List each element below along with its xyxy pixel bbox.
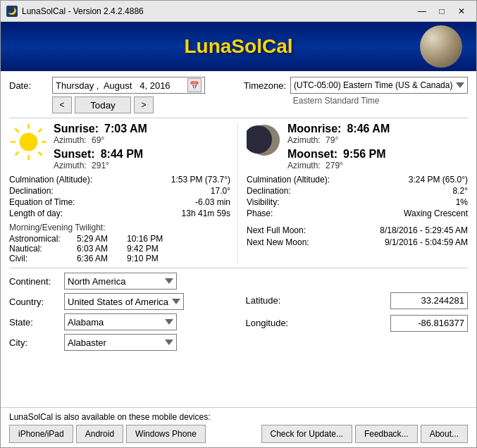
moonrise-az-label: Azimuth: bbox=[287, 135, 321, 145]
sunrise-az-label: Azimuth: bbox=[54, 135, 87, 145]
sun-culmination: Culmination (Altitude): 1:53 PM (73.7°) bbox=[9, 175, 230, 185]
iphone-button[interactable]: iPhone/iPad bbox=[9, 425, 73, 443]
sun-day-length: Length of day: 13h 41m 59s bbox=[9, 209, 230, 218]
moon-decoration bbox=[420, 25, 462, 68]
longitude-input[interactable] bbox=[390, 315, 468, 332]
moonrise-az: 79° bbox=[326, 135, 338, 145]
longitude-row: Longitude: bbox=[246, 315, 469, 332]
header-banner: LunaSolCal bbox=[1, 22, 476, 71]
location-dropdowns: Continent: North America Country: United… bbox=[9, 273, 232, 351]
timezone-row: Timezone: (UTC-05:00) Eastern Time (US &… bbox=[244, 77, 468, 94]
sun-section: Sunrise: 7:03 AM Azimuth: 69° Sunset: 8:… bbox=[9, 123, 230, 263]
moon-declination: Declination: 8.2° bbox=[247, 186, 468, 196]
sun-eq-time: Equation of Time: -6.03 min bbox=[9, 197, 230, 207]
moonrise-az-row: Azimuth: 79° bbox=[287, 135, 390, 145]
maximize-button[interactable]: □ bbox=[433, 4, 451, 18]
sunset-az: 291° bbox=[92, 161, 109, 170]
moon-declination-label: Declination: bbox=[247, 186, 291, 196]
timezone-section: Timezone: (UTC-05:00) Eastern Time (US &… bbox=[244, 77, 468, 106]
window-controls: — □ ✕ bbox=[413, 4, 471, 18]
latitude-input[interactable] bbox=[390, 292, 468, 309]
svg-line-6 bbox=[39, 152, 42, 156]
moonset-row: Moonset: 9:56 PM bbox=[287, 148, 390, 161]
sunrise-az-row: Azimuth: 69° bbox=[54, 135, 147, 145]
timezone-sub: Eastern Standard Time bbox=[293, 96, 468, 106]
action-buttons: Check for Update... Feedback... About... bbox=[261, 425, 468, 443]
sunrise-row: Sunrise: 7:03 AM bbox=[54, 123, 147, 135]
minimize-button[interactable]: — bbox=[413, 4, 431, 18]
longitude-label: Longitude: bbox=[246, 318, 302, 328]
moonset-az-row: Azimuth: 279° bbox=[287, 161, 390, 170]
footer-mobile-text: LunaSolCal is also available on these mo… bbox=[9, 412, 468, 422]
twilight-civil: Civil: 6:36 AM 9:10 PM bbox=[9, 254, 230, 263]
sun-details: Culmination (Altitude): 1:53 PM (73.7°) … bbox=[9, 175, 230, 218]
about-button[interactable]: About... bbox=[421, 425, 468, 443]
twilight-civil-evening: 9:10 PM bbox=[127, 254, 159, 263]
close-button[interactable]: ✕ bbox=[452, 4, 471, 18]
sunset-label: Sunset: bbox=[54, 148, 95, 161]
sun-rise-set: Sunrise: 7:03 AM Azimuth: 69° Sunset: 8:… bbox=[9, 123, 230, 170]
prev-date-button[interactable]: < bbox=[52, 97, 72, 113]
latitude-label: Latitude: bbox=[246, 295, 302, 306]
timezone-select[interactable]: (UTC-05:00) Eastern Time (US & Canada) bbox=[290, 77, 468, 94]
svg-line-8 bbox=[16, 152, 19, 156]
next-moons-section: Next Full Moon: 8/18/2016 - 5:29:45 AM N… bbox=[247, 225, 468, 247]
next-new-moon-val: 9/1/2016 - 5:04:59 AM bbox=[385, 237, 468, 247]
android-button[interactable]: Android bbox=[76, 425, 123, 443]
app-icon: 🌙 bbox=[6, 6, 18, 17]
main-content: Date: 📅 < Today > Timezone: (UTC bbox=[1, 71, 476, 407]
moonrise-time: 8:46 AM bbox=[347, 123, 390, 135]
footer: LunaSolCal is also available on these mo… bbox=[1, 407, 476, 447]
sun-culmination-val: 1:53 PM (73.7°) bbox=[171, 175, 230, 185]
divider-1 bbox=[9, 118, 468, 118]
twilight-nautical: Nautical: 6:03 AM 9:42 PM bbox=[9, 244, 230, 254]
app-title: LunaSolCal bbox=[184, 35, 292, 58]
svg-point-0 bbox=[20, 133, 38, 151]
sunrise-time: 7:03 AM bbox=[104, 123, 147, 135]
feedback-button[interactable]: Feedback... bbox=[355, 425, 418, 443]
next-full-moon: Next Full Moon: 8/18/2016 - 5:29:45 AM bbox=[247, 225, 468, 235]
moon-phase: Phase: Waxing Crescent bbox=[247, 209, 468, 218]
moon-details: Culmination (Altitude): 3:24 PM (65.0°) … bbox=[247, 175, 468, 218]
twilight-civil-label: Civil: bbox=[9, 254, 73, 263]
city-select[interactable]: Alabaster bbox=[64, 334, 177, 351]
moon-culmination-label: Culmination (Altitude): bbox=[247, 175, 330, 185]
sun-day-length-val: 13h 41m 59s bbox=[182, 209, 230, 218]
coordinates-section: Latitude: Longitude: bbox=[246, 273, 469, 351]
state-select[interactable]: Alabama bbox=[64, 313, 177, 330]
latitude-row: Latitude: bbox=[246, 292, 469, 309]
moon-phase-label: Phase: bbox=[247, 209, 273, 218]
date-nav-row: < Today > bbox=[52, 97, 205, 113]
calendar-button[interactable]: 📅 bbox=[187, 78, 202, 92]
twilight-nautical-label: Nautical: bbox=[9, 244, 73, 254]
sun-icon bbox=[9, 123, 48, 163]
windows-phone-button[interactable]: Windows Phone bbox=[126, 425, 206, 443]
city-label: City: bbox=[9, 337, 58, 348]
twilight-section: Morning/Evening Twilight: Astronomical: … bbox=[9, 223, 230, 263]
today-button[interactable]: Today bbox=[75, 97, 131, 113]
moon-culmination: Culmination (Altitude): 3:24 PM (65.0°) bbox=[247, 175, 468, 185]
next-date-button[interactable]: > bbox=[134, 97, 154, 113]
moon-culmination-val: 3:24 PM (65.0°) bbox=[409, 175, 468, 185]
country-select[interactable]: United States of America bbox=[64, 293, 184, 310]
check-update-button[interactable]: Check for Update... bbox=[261, 425, 352, 443]
mobile-buttons: iPhone/iPad Android Windows Phone bbox=[9, 425, 206, 443]
twilight-astro-label: Astronomical: bbox=[9, 234, 73, 244]
moonrise-row: Moonrise: 8:46 AM bbox=[287, 123, 390, 135]
next-full-moon-label: Next Full Moon: bbox=[247, 225, 306, 235]
sun-info: Sunrise: 7:03 AM Azimuth: 69° Sunset: 8:… bbox=[54, 123, 147, 170]
sun-culmination-label: Culmination (Altitude): bbox=[9, 175, 92, 185]
continent-row: Continent: North America bbox=[9, 273, 232, 290]
continent-select[interactable]: North America bbox=[64, 273, 177, 290]
twilight-civil-morning: 6:36 AM bbox=[77, 254, 123, 263]
title-bar: 🌙 LunaSolCal - Version 2.4.2.4886 — □ ✕ bbox=[1, 1, 476, 22]
sun-moon-section: Sunrise: 7:03 AM Azimuth: 69° Sunset: 8:… bbox=[9, 123, 468, 263]
divider-2 bbox=[9, 268, 468, 268]
next-full-moon-val: 8/18/2016 - 5:29:45 AM bbox=[380, 225, 468, 235]
next-new-moon-label: Next New Moon: bbox=[247, 237, 309, 247]
date-field[interactable] bbox=[56, 80, 186, 91]
twilight-table: Astronomical: 5:29 AM 10:16 PM Nautical:… bbox=[9, 234, 230, 263]
twilight-astro-evening: 10:16 PM bbox=[127, 234, 163, 244]
moon-icon bbox=[247, 123, 282, 160]
svg-line-7 bbox=[39, 129, 42, 132]
